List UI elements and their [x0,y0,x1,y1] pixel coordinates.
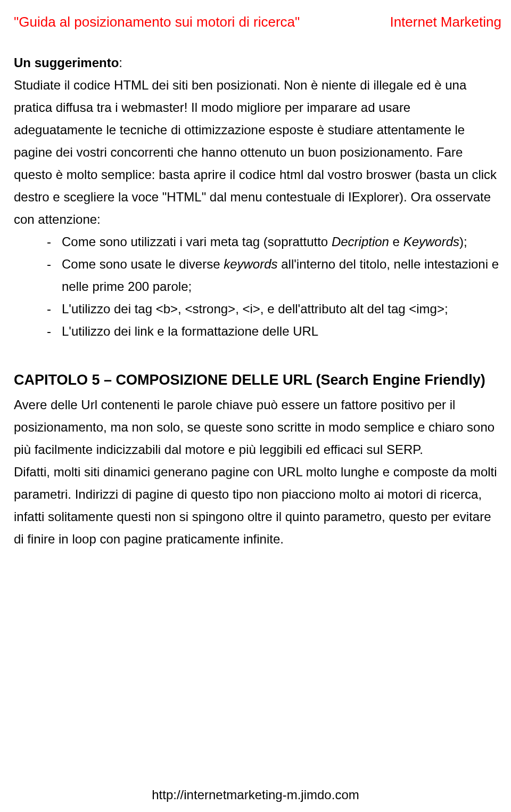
bullet-meta-tags: Come sono utilizzati i vari meta tag (so… [47,231,501,253]
bullet-text: ); [459,234,467,249]
document-page: "Guida al posizionamento sui motori di r… [0,0,511,812]
bullet-text: e [389,234,403,249]
bullet-em-decription: Decription [332,234,389,249]
footer-url: http://internetmarketing-m.jimdo.com [0,787,511,802]
page-header: "Guida al posizionamento sui motori di r… [14,14,501,30]
chapter-5-paragraph-2: Difatti, molti siti dinamici generano pa… [14,461,501,550]
bullet-text: L'utilizzo dei tag <b>, <strong>, <i>, e… [62,302,448,316]
bullet-keywords-usage: Come sono usate le diverse keywords all'… [47,253,501,298]
suggestion-paragraph: Studiate il codice HTML dei siti ben pos… [14,74,501,231]
bullet-em-keywords2: keywords [224,257,281,271]
bullet-em-keywords: Keywords [403,234,459,249]
bullet-text: Come sono utilizzati i vari meta tag (so… [62,234,332,249]
bullet-text: Come sono usate le diverse [62,257,224,271]
bullet-text: L'utilizzo dei link e la formattazione d… [62,324,318,338]
suggestion-heading: Un suggerimento [14,55,119,70]
suggestion-bullets: Come sono utilizzati i vari meta tag (so… [14,231,501,343]
chapter-5-body: Avere delle Url contenenti le parole chi… [14,394,501,550]
bullet-links-url: L'utilizzo dei link e la formattazione d… [47,320,501,343]
bullet-tags-usage: L'utilizzo dei tag <b>, <strong>, <i>, e… [47,298,501,320]
chapter-5-title: CAPITOLO 5 – COMPOSIZIONE DELLE URL (Sea… [14,368,501,393]
section-suggestion: Un suggerimento: Studiate il codice HTML… [14,52,501,343]
colon: : [119,55,122,70]
header-title-right: Internet Marketing [390,14,501,30]
chapter-5-paragraph-1: Avere delle Url contenenti le parole chi… [14,394,501,461]
header-title-left: "Guida al posizionamento sui motori di r… [14,14,300,30]
